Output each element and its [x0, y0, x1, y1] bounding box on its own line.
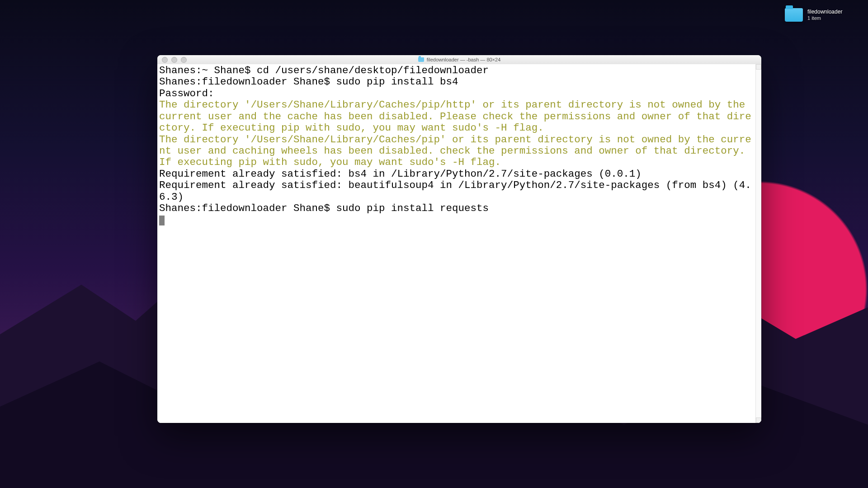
scrollbar-corner-top — [756, 64, 761, 70]
scrollbar-corner-bottom — [756, 418, 761, 423]
terminal-content[interactable]: Shanes:~ Shane$ cd /users/shane/desktop/… — [157, 64, 756, 228]
folder-icon — [785, 8, 803, 22]
maximize-icon[interactable] — [181, 57, 187, 63]
terminal-line: Requirement already satisfied: beautiful… — [159, 179, 751, 202]
close-icon[interactable] — [162, 57, 168, 63]
terminal-cursor — [159, 216, 165, 225]
window-traffic-lights — [157, 57, 187, 63]
desktop-folder-name: filedownloader — [807, 9, 842, 15]
terminal-line: Password: — [159, 88, 214, 99]
window-title-text: filedownloader — -bash — 80×24 — [427, 57, 501, 62]
folder-icon — [418, 57, 424, 62]
terminal-line: The directory '/Users/Shane/Library/Cach… — [159, 134, 751, 169]
minimize-icon[interactable] — [171, 57, 177, 63]
window-titlebar[interactable]: filedownloader — -bash — 80×24 — [157, 55, 761, 65]
desktop-folder-labels: filedownloader 1 item — [807, 9, 842, 21]
terminal-line: Shanes:~ Shane$ cd /users/shane/desktop/… — [159, 65, 489, 76]
terminal-line: Shanes:filedownloader Shane$ sudo pip in… — [159, 76, 458, 88]
terminal-line: Shanes:filedownloader Shane$ sudo pip in… — [159, 202, 489, 214]
terminal-line: Requirement already satisfied: bs4 in /L… — [159, 168, 642, 180]
terminal-scroll-area[interactable]: Shanes:~ Shane$ cd /users/shane/desktop/… — [157, 64, 756, 423]
scrollbar-track[interactable] — [755, 64, 761, 423]
desktop-folder-subtitle: 1 item — [807, 15, 821, 21]
desktop-folder-filedownloader[interactable]: filedownloader 1 item — [785, 8, 857, 22]
terminal-line: The directory '/Users/Shane/Library/Cach… — [159, 99, 751, 134]
window-title: filedownloader — -bash — 80×24 — [157, 57, 761, 62]
terminal-window: filedownloader — -bash — 80×24 Shanes:~ … — [157, 55, 761, 423]
terminal-body: Shanes:~ Shane$ cd /users/shane/desktop/… — [157, 64, 761, 423]
